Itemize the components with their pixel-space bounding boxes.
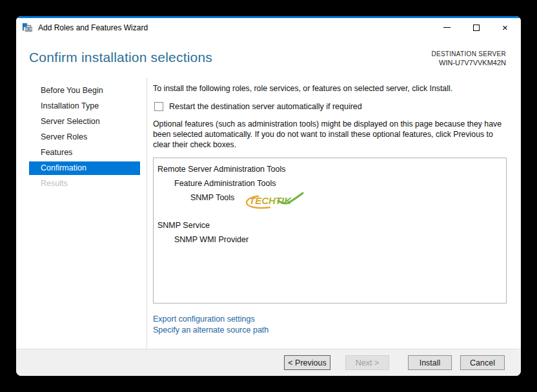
- sidebar-item-before-you-begin[interactable]: Before You Begin: [29, 84, 140, 98]
- page-title: Confirm installation selections: [29, 50, 212, 65]
- restart-checkbox-row: Restart the destination server automatic…: [154, 102, 507, 111]
- optional-features-note: Optional features (such as administratio…: [153, 119, 507, 150]
- restart-checkbox-label[interactable]: Restart the destination server automatic…: [169, 102, 362, 111]
- list-item[interactable]: SNMP Service: [154, 218, 506, 232]
- next-button: Next >: [345, 355, 389, 370]
- destination-server-label: DESTINATION SERVER: [431, 50, 506, 57]
- sidebar-item-installation-type[interactable]: Installation Type: [29, 99, 140, 113]
- confirmation-content: To install the following roles, role ser…: [147, 77, 521, 349]
- intro-text: To install the following roles, role ser…: [153, 84, 507, 93]
- install-button[interactable]: Install: [408, 355, 452, 370]
- footer-links: Export configuration settings Specify an…: [153, 314, 507, 336]
- sidebar-item-features[interactable]: Features: [29, 146, 140, 160]
- main-area: Before You Begin Installation Type Serve…: [16, 77, 521, 349]
- list-item[interactable]: SNMP WMI Provider: [154, 232, 506, 247]
- close-button[interactable]: ×: [491, 18, 520, 37]
- maximize-button[interactable]: [461, 18, 491, 37]
- selected-features-listbox[interactable]: Remote Server Administration Tools Featu…: [153, 158, 507, 304]
- minimize-icon: [443, 27, 451, 28]
- cancel-button[interactable]: Cancel: [460, 355, 505, 370]
- window-title: Add Roles and Features Wizard: [38, 23, 148, 32]
- title-bar: Add Roles and Features Wizard ×: [16, 18, 521, 37]
- list-item[interactable]: SNMP Tools TECHTIK: [154, 191, 506, 211]
- list-item[interactable]: Feature Administration Tools: [154, 176, 506, 191]
- export-configuration-link[interactable]: Export configuration settings: [153, 314, 255, 325]
- list-item[interactable]: Remote Server Administration Tools: [154, 162, 506, 176]
- sidebar-item-server-selection[interactable]: Server Selection: [29, 115, 140, 129]
- restart-checkbox[interactable]: [154, 102, 163, 111]
- close-icon: ×: [502, 23, 508, 32]
- window-controls: ×: [432, 18, 520, 37]
- destination-server-name: WIN-U7V7VVKM42N: [431, 59, 506, 67]
- sidebar-item-confirmation[interactable]: Confirmation: [29, 161, 140, 175]
- techtik-watermark-logo: TECHTIK: [245, 191, 304, 211]
- alternate-source-path-link[interactable]: Specify an alternate source path: [153, 325, 268, 336]
- wizard-window: Add Roles and Features Wizard × Confirm …: [16, 16, 521, 376]
- wizard-steps-sidebar: Before You Begin Installation Type Serve…: [16, 77, 147, 349]
- minimize-button[interactable]: [432, 18, 461, 37]
- roles-features-wizard-icon: [22, 23, 34, 33]
- wizard-button-bar: < Previous Next > Install Cancel: [16, 349, 521, 376]
- sidebar-item-server-roles[interactable]: Server Roles: [29, 130, 140, 144]
- previous-button[interactable]: < Previous: [284, 355, 330, 370]
- sidebar-item-results: Results: [29, 177, 140, 191]
- destination-server-block: DESTINATION SERVER WIN-U7V7VVKM42N: [431, 50, 506, 67]
- wizard-header: Confirm installation selections DESTINAT…: [16, 37, 521, 77]
- maximize-icon: [473, 25, 480, 31]
